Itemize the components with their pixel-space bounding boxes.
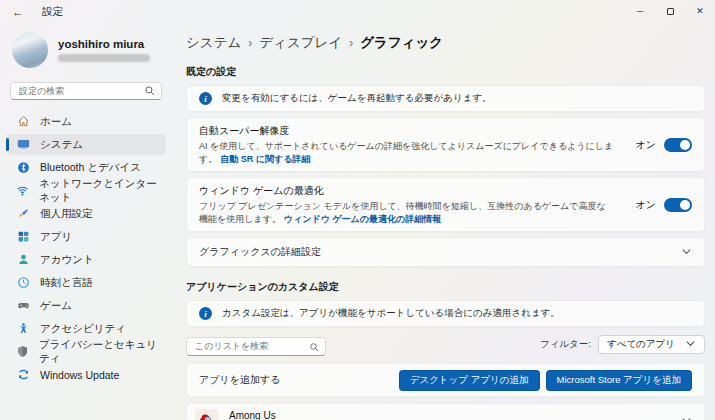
list-toolbar: フィルター: すべてのアプリ <box>186 335 705 354</box>
add-app-label: アプリを追加する <box>199 373 399 387</box>
sidebar-nav: ホームシステムBluetooth とデバイスネットワークとインターネット個人用設… <box>0 110 172 386</box>
auto-sr-toggle-label: オン <box>636 138 656 152</box>
windowed-games-toggle-label: オン <box>636 198 656 212</box>
sidebar-item-personalization[interactable]: 個人用設定 <box>6 203 166 224</box>
breadcrumb-item[interactable]: システム <box>186 34 241 52</box>
filter-dropdown[interactable]: すべてのアプリ <box>598 335 705 354</box>
bluetooth-icon <box>16 161 30 175</box>
selected-indicator <box>6 138 9 151</box>
sidebar-item-label: アカウント <box>40 253 94 267</box>
sidebar-item-bluetooth-devices[interactable]: Bluetooth とデバイス <box>6 157 166 178</box>
sidebar-item-apps[interactable]: アプリ <box>6 226 166 247</box>
system-icon <box>16 138 30 152</box>
titlebar: ← 設定 <box>0 0 715 24</box>
search-icon <box>309 339 320 357</box>
breadcrumb-item: グラフィック <box>360 34 443 52</box>
sidebar-item-label: 個人用設定 <box>40 207 93 221</box>
accessibility-icon <box>16 322 30 336</box>
sidebar-item-system[interactable]: システム <box>6 134 166 155</box>
windowed-games-title: ウィンドウ ゲームの最適化 <box>199 184 614 198</box>
minimize-icon[interactable]: ─ <box>625 0 655 22</box>
breadcrumb-item[interactable]: ディスプレイ <box>259 34 342 52</box>
sidebar-item-label: ホーム <box>40 115 72 129</box>
sidebar-item-accessibility[interactable]: アクセシビリティ <box>6 318 166 339</box>
windows-update-icon <box>16 368 30 382</box>
sidebar-item-time-language[interactable]: 時刻と言語 <box>6 272 166 293</box>
default-settings-heading: 既定の設定 <box>186 65 705 79</box>
sidebar-item-label: アプリ <box>40 230 72 244</box>
apps-icon <box>16 230 30 244</box>
chevron-down-icon <box>681 412 692 420</box>
settings-search-input[interactable] <box>10 82 162 100</box>
accounts-icon <box>16 253 30 267</box>
custom-settings-heading: アプリケーションのカスタム設定 <box>186 280 705 294</box>
sidebar-item-windows-update[interactable]: Windows Update <box>6 364 166 385</box>
sidebar-item-home[interactable]: ホーム <box>6 111 166 132</box>
app-name: Among Us <box>229 410 681 420</box>
home-icon <box>16 115 30 129</box>
add-app-card: アプリを追加する デスクトップ アプリの追加 Microsoft Store ア… <box>186 363 705 397</box>
user-email-redacted <box>58 54 150 62</box>
auto-super-resolution-card: 自動スーパー解像度 AI を使用して、サポートされているゲームの詳細を強化してよ… <box>186 117 705 172</box>
sidebar-item-gaming[interactable]: ゲーム <box>6 295 166 316</box>
breadcrumb-separator-icon: › <box>248 36 252 50</box>
auto-sr-title: 自動スーパー解像度 <box>199 124 614 138</box>
windowed-games-toggle[interactable] <box>664 198 692 212</box>
filter-value: すべてのアプリ <box>607 338 675 351</box>
window-controls: ─ ✕ <box>625 0 715 22</box>
list-search <box>186 335 326 354</box>
sidebar-item-label: アクセシビリティ <box>40 322 126 336</box>
info-icon: i <box>199 307 212 320</box>
chevron-down-icon <box>681 246 692 259</box>
breadcrumb-separator-icon: › <box>349 36 353 50</box>
gaming-icon <box>16 299 30 313</box>
chevron-down-icon <box>685 338 696 351</box>
user-name: yoshihiro miura <box>58 38 150 50</box>
windowed-games-optimization-card: ウィンドウ ゲームの最適化 フリップ プレゼンテーション モデルを使用して、待機… <box>186 177 705 232</box>
app-row-among-us[interactable]: Among Us C:¥Program Files¥Epic Games¥Amo… <box>186 403 705 420</box>
sidebar-item-label: ゲーム <box>40 299 72 313</box>
window-title: 設定 <box>42 5 63 19</box>
sidebar-item-label: Bluetooth とデバイス <box>40 161 141 175</box>
filter-label: フィルター: <box>540 338 591 351</box>
auto-sr-toggle[interactable] <box>664 138 692 152</box>
sidebar-item-network-internet[interactable]: ネットワークとインターネット <box>6 180 166 201</box>
sidebar-item-accounts[interactable]: アカウント <box>6 249 166 270</box>
custom-settings-info-text: カスタム設定は、アプリが機能をサポートしている場合にのみ適用されます。 <box>222 307 560 320</box>
sidebar-item-label: 時刻と言語 <box>40 276 93 290</box>
user-profile[interactable]: yoshihiro miura <box>0 24 172 74</box>
close-icon[interactable]: ✕ <box>685 0 715 22</box>
network-icon <box>16 184 29 198</box>
avatar <box>12 32 48 68</box>
back-icon[interactable]: ← <box>12 5 34 19</box>
auto-sr-details-link[interactable]: 自動 SR に関する詳細 <box>220 154 310 164</box>
add-store-app-button[interactable]: Microsoft Store アプリを追加 <box>546 370 692 391</box>
sidebar-item-privacy-security[interactable]: プライバシーとセキュリティ <box>6 341 166 362</box>
restart-info-banner: i 変更を有効にするには、ゲームを再起動する必要があります。 <box>186 85 705 112</box>
time-language-icon <box>16 276 30 290</box>
personalization-icon <box>16 207 30 221</box>
add-desktop-app-button[interactable]: デスクトップ アプリの追加 <box>399 370 540 391</box>
windowed-games-details-link[interactable]: ウィンドウ ゲームの最適化の詳細情報 <box>284 214 441 224</box>
among-us-app-icon <box>195 409 219 420</box>
search-icon <box>144 83 156 101</box>
settings-search <box>10 80 162 100</box>
sidebar-item-label: プライバシーとセキュリティ <box>39 338 166 366</box>
sidebar-item-label: Windows Update <box>40 369 119 381</box>
restart-info-text: 変更を有効にするには、ゲームを再起動する必要があります。 <box>222 92 492 105</box>
list-search-input[interactable] <box>186 337 326 356</box>
custom-settings-info-banner: i カスタム設定は、アプリが機能をサポートしている場合にのみ適用されます。 <box>186 300 705 327</box>
info-icon: i <box>199 92 212 105</box>
maximize-icon[interactable] <box>655 0 685 22</box>
sidebar-item-label: システム <box>40 138 83 152</box>
breadcrumb: システム›ディスプレイ›グラフィック <box>186 34 705 52</box>
advanced-graphics-expander[interactable]: グラフィックスの詳細設定 <box>186 237 705 267</box>
main-content: システム›ディスプレイ›グラフィック 既定の設定 i 変更を有効にするには、ゲー… <box>172 24 715 420</box>
sidebar-item-label: ネットワークとインターネット <box>39 177 166 205</box>
sidebar: yoshihiro miura ホームシステムBluetooth とデバイスネッ… <box>0 24 172 420</box>
privacy-icon <box>16 345 29 359</box>
advanced-graphics-title: グラフィックスの詳細設定 <box>199 245 321 259</box>
